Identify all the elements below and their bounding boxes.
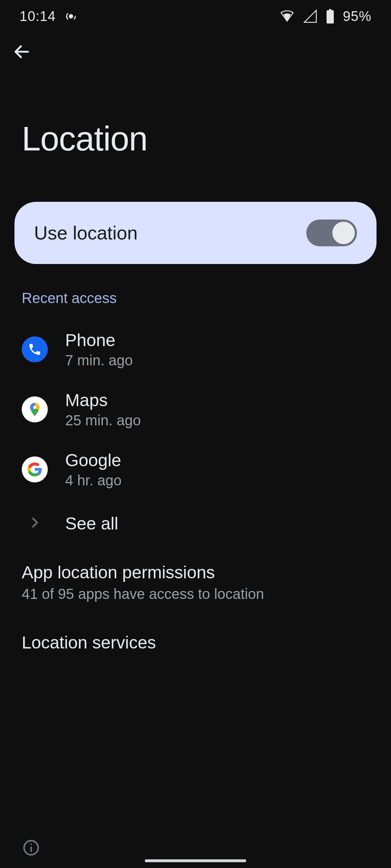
home-indicator[interactable]: [145, 859, 246, 862]
status-bar: 10:14: [0, 0, 391, 33]
svg-point-0: [69, 14, 73, 18]
list-item-subtitle: 7 min. ago: [65, 352, 133, 369]
wifi-icon: [280, 9, 294, 24]
row-title: App location permissions: [22, 562, 369, 582]
svg-rect-1: [327, 10, 334, 24]
list-item-title: Maps: [65, 390, 141, 410]
see-all-row[interactable]: See all: [0, 499, 391, 547]
recent-access-item-google[interactable]: Google 4 hr. ago: [0, 439, 391, 499]
svg-rect-2: [329, 9, 332, 11]
row-subtitle: 41 of 95 apps have access to location: [22, 586, 369, 602]
location-services-row[interactable]: Location services: [0, 617, 391, 668]
recent-access-item-phone[interactable]: Phone 7 min. ago: [0, 319, 391, 379]
status-time: 10:14: [20, 9, 56, 24]
info-icon[interactable]: [22, 838, 41, 859]
svg-rect-5: [30, 846, 32, 852]
battery-icon: [326, 9, 334, 24]
svg-point-3: [33, 406, 37, 409]
list-item-title: Phone: [65, 330, 133, 350]
app-bar: [0, 33, 391, 72]
use-location-label: Use location: [34, 222, 138, 244]
recent-access-header: Recent access: [0, 264, 391, 319]
arrow-left-icon: [12, 42, 31, 63]
use-location-row[interactable]: Use location: [14, 202, 377, 264]
maps-app-icon: [22, 396, 48, 422]
svg-rect-6: [30, 843, 32, 845]
list-item-title: Google: [65, 450, 122, 470]
list-item-subtitle: 25 min. ago: [65, 412, 141, 429]
active-app-indicator-icon: [64, 10, 77, 23]
toggle-thumb: [332, 222, 355, 244]
recent-access-item-maps[interactable]: Maps 25 min. ago: [0, 379, 391, 439]
app-location-permissions-row[interactable]: App location permissions 41 of 95 apps h…: [0, 547, 391, 617]
page-title: Location: [0, 72, 391, 202]
see-all-label: See all: [65, 514, 118, 533]
battery-text: 95%: [343, 9, 371, 24]
back-button[interactable]: [11, 42, 33, 63]
row-title: Location services: [22, 633, 369, 652]
chevron-right-icon: [28, 515, 42, 531]
google-app-icon: [22, 456, 48, 482]
cell-signal-icon: [303, 9, 318, 24]
list-item-subtitle: 4 hr. ago: [65, 472, 122, 489]
phone-app-icon: [22, 336, 48, 362]
use-location-toggle[interactable]: [306, 220, 357, 246]
